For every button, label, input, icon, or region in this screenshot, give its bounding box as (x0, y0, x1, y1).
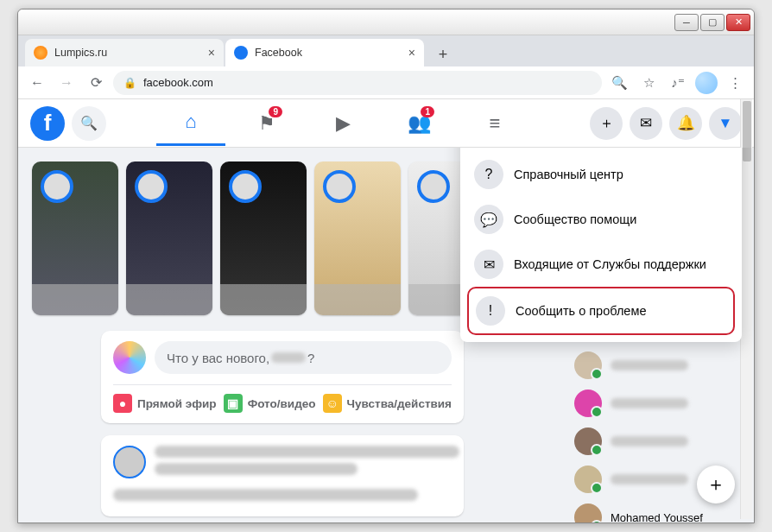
forward-button[interactable]: → (54, 71, 79, 95)
search-icon: 🔍 (80, 115, 98, 131)
redacted-text (113, 489, 418, 501)
favicon-icon (34, 46, 47, 60)
story-card[interactable] (32, 162, 118, 315)
media-button[interactable]: ♪⁼ (666, 71, 690, 95)
composer-input[interactable]: Что у вас нового, ? (155, 341, 452, 374)
tab-title: Facebook (255, 47, 302, 59)
contact-name: Mohamed Youssef (611, 511, 703, 523)
search-button[interactable]: 🔍 (72, 106, 106, 141)
reload-button[interactable]: ⟳ (84, 71, 108, 95)
facebook-body: Что у вас нового, ? ●Прямой эфир ▣Фото/в… (18, 148, 754, 522)
alert-icon: ! (476, 296, 505, 326)
profile-avatar[interactable] (695, 72, 718, 94)
composer-live-button[interactable]: ●Прямой эфир (113, 394, 217, 413)
post-avatar[interactable] (113, 446, 146, 478)
lock-icon: 🔒 (123, 77, 136, 89)
video-icon: ● (113, 394, 132, 413)
notifications-button[interactable]: 🔔 (669, 107, 702, 140)
chevron-down-icon: ▼ (718, 115, 733, 132)
composer-photo-button[interactable]: ▣Фото/видео (224, 394, 316, 413)
favicon-icon (234, 46, 248, 60)
account-menu-button[interactable]: ▼ (709, 107, 742, 140)
menu-icon: ≡ (490, 112, 501, 135)
watch-icon: ▶ (336, 112, 351, 135)
menu-item-help-center[interactable]: ? Справочный центр (467, 152, 735, 197)
home-icon: ⌂ (185, 111, 196, 133)
browser-tab-active[interactable]: Facebook × (225, 39, 424, 66)
messenger-button[interactable]: ✉ (630, 107, 662, 140)
plus-icon: ＋ (599, 113, 614, 133)
bell-icon: 🔔 (677, 114, 695, 132)
back-button[interactable]: ← (25, 71, 49, 95)
feed-post (101, 435, 464, 516)
contact-item[interactable] (571, 422, 744, 460)
composer-card: Что у вас нового, ? ●Прямой эфир ▣Фото/в… (101, 331, 464, 423)
photo-icon: ▣ (224, 394, 243, 413)
contact-item[interactable] (571, 346, 744, 384)
window-close-button[interactable]: ✕ (726, 14, 750, 31)
tab-title: Lumpics.ru (54, 47, 107, 59)
find-button[interactable]: 🔍 (607, 71, 631, 95)
story-card[interactable] (314, 162, 401, 315)
user-avatar[interactable] (113, 341, 146, 374)
smile-icon: ☺ (323, 394, 342, 413)
nav-watch[interactable]: ▶ (308, 101, 377, 146)
nav-more[interactable]: ≡ (460, 101, 529, 146)
redacted-name (271, 352, 306, 363)
inbox-icon: ✉ (474, 250, 503, 279)
plus-icon: ＋ (706, 472, 725, 497)
new-message-fab[interactable]: ＋ (697, 466, 735, 504)
chat-icon: 💬 (474, 205, 503, 234)
badge: 9 (269, 106, 282, 117)
window-minimize-button[interactable]: ─ (674, 14, 699, 31)
scrollbar-thumb[interactable] (743, 101, 751, 162)
browser-menu-button[interactable]: ⋮ (723, 71, 747, 95)
browser-toolbar: ← → ⟳ 🔒 facebook.com 🔍 ☆ ♪⁼ ⋮ (18, 66, 754, 99)
tab-close-icon[interactable]: × (208, 46, 215, 60)
messenger-icon: ✉ (640, 114, 652, 132)
story-card[interactable] (126, 162, 212, 315)
window-maximize-button[interactable]: ▢ (700, 14, 725, 31)
facebook-logo[interactable]: f (30, 106, 65, 141)
menu-item-support-inbox[interactable]: ✉ Входящие от Службы поддержки (467, 242, 735, 287)
help-icon: ? (474, 160, 503, 189)
badge: 1 (421, 106, 434, 117)
story-card[interactable] (220, 162, 307, 315)
help-support-panel: ← Справка и поддержка ? Справочный центр… (460, 148, 742, 342)
create-button[interactable]: ＋ (590, 107, 623, 140)
browser-tabstrip: Lumpics.ru × Facebook × + (18, 35, 754, 66)
new-tab-button[interactable]: + (431, 42, 455, 66)
facebook-header: f 🔍 ⌂ ⚑ 9 ▶ 👥 1 ≡ ＋ ✉ � (18, 99, 754, 148)
nav-pages[interactable]: ⚑ 9 (232, 101, 301, 146)
browser-tab[interactable]: Lumpics.ru × (25, 39, 224, 66)
bookmark-button[interactable]: ☆ (636, 71, 661, 95)
composer-feeling-button[interactable]: ☺Чувства/действия (323, 394, 452, 413)
url-text: facebook.com (143, 76, 213, 89)
scrollbar[interactable] (740, 99, 752, 519)
nav-groups[interactable]: 👥 1 (384, 101, 453, 146)
tab-close-icon[interactable]: × (408, 46, 415, 60)
menu-item-community[interactable]: 💬 Сообщество помощи (467, 197, 735, 242)
redacted-text (155, 463, 358, 475)
menu-item-report-problem[interactable]: ! Сообщить о проблеме (467, 287, 735, 335)
nav-home[interactable]: ⌂ (156, 101, 225, 146)
redacted-text (155, 446, 459, 458)
window-titlebar: ─ ▢ ✕ (18, 10, 754, 35)
contact-item[interactable] (571, 384, 744, 422)
address-bar[interactable]: 🔒 facebook.com (113, 71, 602, 95)
